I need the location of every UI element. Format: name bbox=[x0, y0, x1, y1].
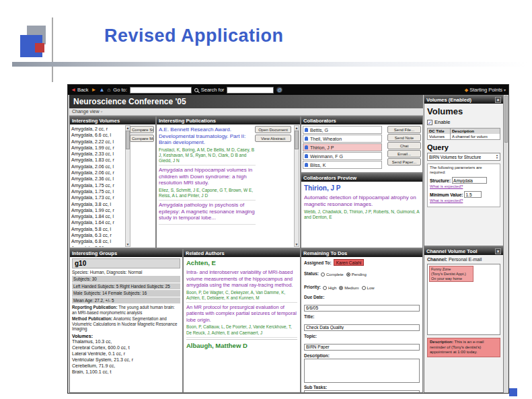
volume-list-item[interactable]: Amygdala, 2 cc, r bbox=[71, 126, 124, 132]
volume-list-item[interactable]: Amygdala, 2.36 cc, l bbox=[71, 176, 124, 182]
publication-authors[interactable]: Eliez, S, Schmitt, J E, Capone, G T, Bro… bbox=[159, 188, 256, 198]
volume-list-item[interactable]: Amygdala, 1.84 cc, l bbox=[71, 213, 124, 219]
collaborator-action-button[interactable]: Send Note bbox=[387, 134, 421, 141]
forward-icon[interactable]: ► bbox=[91, 87, 97, 93]
topic-input[interactable] bbox=[304, 344, 420, 351]
group-volume-item: Thalamus, 10.3 cc, bbox=[72, 338, 180, 344]
publication-title-link[interactable]: A.E. Bennett Research Award. Development… bbox=[159, 126, 256, 146]
publication-authors[interactable]: Webb, J, Chadwick, D, Thirion, J P, Robe… bbox=[304, 209, 420, 220]
publication-action-button[interactable]: Open Document bbox=[255, 126, 291, 133]
structure-input[interactable] bbox=[452, 177, 487, 184]
panel-title: Interesting Volumes bbox=[72, 118, 120, 124]
priority-radio[interactable]: High bbox=[323, 286, 336, 290]
change-view-button[interactable]: Change view ▾ bbox=[69, 108, 423, 116]
collaborator-action-button[interactable]: Email... bbox=[387, 150, 421, 157]
volumes-scrollbar[interactable]: ▲ ▼ bbox=[125, 125, 130, 247]
goto-input[interactable] bbox=[130, 87, 192, 94]
due-date-input[interactable] bbox=[304, 305, 420, 312]
description-textarea[interactable] bbox=[304, 359, 420, 383]
volume-list-item[interactable]: Amygdala, 2.06 cc, l bbox=[71, 164, 124, 170]
publication-title-link[interactable]: Amygdala and hippocampal volumes in chil… bbox=[159, 167, 256, 186]
publications-scrollbar[interactable]: ▲ ▼ bbox=[294, 125, 299, 247]
scroll-down-icon[interactable]: ▼ bbox=[295, 242, 299, 246]
volume-list-item[interactable]: Amygdala, 5.8 cc, l bbox=[71, 226, 124, 232]
collaborator-item[interactable]: Thirion, J P bbox=[303, 143, 382, 151]
volume-list-item[interactable]: Amygdala, 1.64 cc, r bbox=[71, 219, 124, 225]
scroll-up-icon[interactable]: ▲ bbox=[295, 126, 299, 130]
publication-authors[interactable]: Frustaci, K, Boring, A M, De Bellis, M D… bbox=[159, 147, 256, 164]
compare-button[interactable]: Compare Stru... bbox=[130, 126, 154, 133]
structure-hint-link[interactable]: What is expected? bbox=[430, 184, 498, 188]
volume-list-item[interactable]: Amygdala, 6.8 cc, l bbox=[71, 238, 124, 244]
collaborator-action-button[interactable]: Send File... bbox=[387, 126, 421, 133]
spinner-icons[interactable]: ▲▼ bbox=[496, 154, 498, 159]
status-radio[interactable]: Pending bbox=[346, 273, 367, 277]
collaborator-action-button[interactable]: Send Paper... bbox=[387, 158, 421, 166]
volume-list-item[interactable]: Amygdala, 2.33 cc, l bbox=[71, 151, 124, 157]
checkbox-checked-icon[interactable] bbox=[427, 120, 432, 125]
scrollbar-thumb[interactable] bbox=[504, 96, 508, 143]
publication-action-button[interactable]: View Abstract bbox=[255, 135, 291, 142]
related-author-name[interactable]: Albaugh, Matthew D bbox=[186, 339, 297, 349]
publication-authors[interactable]: Boon, P, De Wagter, C, Dekeyzer, A, Van … bbox=[186, 290, 297, 301]
table-cell[interactable]: A channel for volum bbox=[451, 134, 500, 139]
volume-list-item[interactable]: Amygdala, 1.75 cc, l bbox=[71, 188, 124, 194]
publication-title-link[interactable]: Amygdala pathology in psychosis of epile… bbox=[159, 202, 256, 221]
priority-radio[interactable]: Low bbox=[362, 286, 375, 290]
enable-checkbox-row[interactable]: Enable bbox=[427, 119, 500, 125]
person-icon bbox=[305, 145, 308, 149]
previewed-collaborator-name[interactable]: Thirion, J P bbox=[304, 184, 420, 192]
search-input[interactable] bbox=[227, 87, 274, 94]
title-input[interactable] bbox=[304, 324, 420, 331]
scroll-up-icon[interactable]: ▲ bbox=[126, 126, 130, 130]
query-select[interactable]: BIRN Volumes for Structure ▲▼ bbox=[427, 153, 500, 161]
volume-list-item[interactable]: Amygdala, 3.8 cc, l bbox=[71, 201, 124, 207]
compare-button[interactable]: Compare Mem... bbox=[130, 135, 154, 142]
volume-list-item[interactable]: Amygdala, 6.6 cc, l bbox=[71, 132, 124, 138]
email-note[interactable]: Funny Zone(Tony's Dentist Appt.)On your … bbox=[429, 266, 473, 282]
up-icon[interactable]: ▲ bbox=[100, 87, 105, 93]
volume-list-item[interactable]: Amygdala, 1.75 cc, r bbox=[71, 182, 124, 188]
related-author-name[interactable]: Achten, E bbox=[186, 259, 297, 266]
collaborator-item[interactable]: Bliss, K bbox=[303, 161, 382, 169]
channel-description: Description: This is an e-mail reminder … bbox=[427, 338, 500, 357]
publication-title-link[interactable]: Automatic detection of hippocampal atrop… bbox=[304, 194, 420, 207]
back-button[interactable]: ◄ Back bbox=[71, 87, 89, 93]
publication-title-link[interactable]: An MR protocol for presurgical evaluatio… bbox=[186, 304, 297, 324]
volume-list-item[interactable]: Amygdala, 1.99 cc, r bbox=[71, 145, 124, 151]
minimum-hint-link[interactable]: What is expected? bbox=[430, 198, 498, 203]
table-header-cell: DC Title bbox=[428, 129, 451, 134]
volume-list-item[interactable]: Amygdala, 1.83 cc, r bbox=[71, 157, 124, 163]
volume-list-item[interactable]: Amygdala, 6.3 cc, r bbox=[71, 232, 124, 238]
volume-list-item[interactable]: Amygdala, 2.06 cc, r bbox=[71, 170, 124, 176]
app-scrollbar[interactable] bbox=[503, 95, 508, 393]
collaborator-action-button[interactable]: Chat bbox=[387, 142, 421, 149]
close-icon[interactable]: × bbox=[495, 248, 501, 254]
reporting-publication: Reporting Publication: The young adult h… bbox=[72, 305, 180, 315]
publication-authors[interactable]: Boon, P, Calliauw, L, De Poorter, J, Van… bbox=[186, 324, 297, 335]
volume-list-item[interactable]: Amygdala, 2.22 cc, l bbox=[71, 139, 124, 145]
collaborator-item[interactable]: Weinmann, F G bbox=[303, 152, 382, 160]
group-name[interactable]: g10 bbox=[72, 258, 180, 268]
close-icon[interactable]: × bbox=[495, 97, 501, 103]
table-cell[interactable]: Volumes bbox=[428, 134, 451, 139]
volume-list-item[interactable]: Amygdala, 3.06 cc, r bbox=[71, 245, 124, 247]
volume-list-item[interactable]: Amygdala, 1.73 cc, r bbox=[71, 194, 124, 201]
home-icon[interactable]: ⌂ bbox=[107, 87, 110, 93]
globe-icon[interactable]: @ bbox=[276, 87, 282, 93]
scroll-down-icon[interactable]: ▼ bbox=[126, 242, 130, 246]
scrollbar-thumb[interactable] bbox=[295, 131, 299, 149]
subtask-item[interactable]: Verify Data Provenance (Pending, Low) bbox=[306, 392, 418, 392]
channel-value[interactable]: Personal E-mail bbox=[449, 257, 482, 262]
assigned-to-value[interactable]: Karen Calahi bbox=[334, 259, 365, 266]
status-radio[interactable]: Complete bbox=[321, 273, 344, 277]
collaborator-item[interactable]: Theil, Wheaton bbox=[303, 135, 382, 143]
volume-list-item[interactable]: Amygdala, 1.99 cc, r bbox=[71, 207, 124, 213]
priority-radio[interactable]: Medium bbox=[339, 286, 358, 290]
collaborator-item[interactable]: Bettis, G bbox=[303, 126, 382, 134]
publication-title-link[interactable]: Intra- and interobserver variability of … bbox=[186, 269, 297, 289]
spin-down-icon[interactable]: ▼ bbox=[496, 157, 498, 159]
email-note-line: Funny Zone bbox=[431, 267, 471, 272]
minimum-value-input[interactable] bbox=[464, 191, 482, 198]
starting-points-button[interactable]: ◆ Starting Points ▾ bbox=[465, 87, 506, 93]
